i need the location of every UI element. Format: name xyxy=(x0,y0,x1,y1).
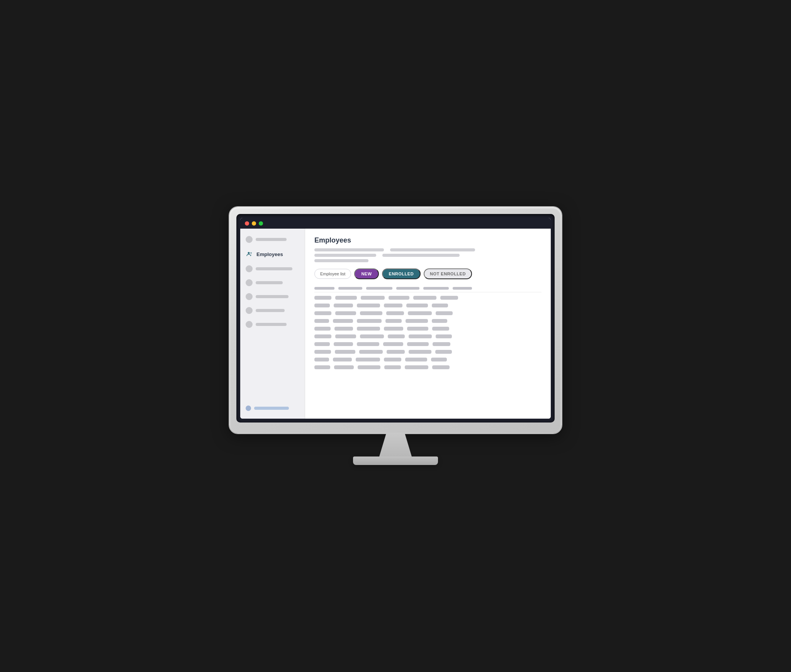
monitor-stand-base xyxy=(353,456,438,465)
monitor: Employees xyxy=(229,207,562,433)
table-row xyxy=(314,356,541,363)
sidebar-bar-0 xyxy=(256,238,287,241)
minimize-button-icon[interactable] xyxy=(252,221,256,226)
sidebar: Employees xyxy=(240,229,305,419)
sidebar-employees-label: Employees xyxy=(256,251,283,257)
screen: Employees xyxy=(240,218,551,419)
th-4 xyxy=(423,287,449,290)
tab-not-enrolled[interactable]: NOT ENROLLED xyxy=(424,268,472,279)
header-bar-1-0 xyxy=(314,254,376,257)
monitor-stand-neck xyxy=(372,433,419,456)
sidebar-item-2[interactable] xyxy=(240,277,305,289)
table-row xyxy=(314,325,541,333)
sidebar-circle-1 xyxy=(246,265,253,272)
th-0 xyxy=(314,287,334,290)
header-bar-1-1 xyxy=(382,254,460,257)
sidebar-bottom-item[interactable] xyxy=(240,402,305,414)
table-row xyxy=(314,363,541,371)
sidebar-bottom-bar xyxy=(254,407,289,410)
app-body: Employees xyxy=(240,229,551,419)
sidebar-bar-2 xyxy=(256,281,283,284)
main-content: Employees xyxy=(305,229,551,419)
table-row xyxy=(314,340,541,348)
th-1 xyxy=(338,287,362,290)
maximize-button-icon[interactable] xyxy=(259,221,263,226)
th-3 xyxy=(396,287,419,290)
table-row xyxy=(314,333,541,340)
sidebar-item-4[interactable] xyxy=(240,304,305,317)
employees-icon xyxy=(246,250,253,258)
header-bar-0-1 xyxy=(390,248,475,251)
close-button-icon[interactable] xyxy=(245,221,249,226)
table-row xyxy=(314,302,541,309)
table-row xyxy=(314,309,541,317)
sidebar-circle-0 xyxy=(246,236,253,243)
scene: Employees xyxy=(222,207,569,465)
title-bar xyxy=(240,218,551,229)
th-2 xyxy=(366,287,392,290)
sidebar-top-placeholder xyxy=(240,233,305,246)
header-bars xyxy=(314,248,541,262)
sidebar-circle-3 xyxy=(246,293,253,300)
table-row xyxy=(314,348,541,356)
table-header xyxy=(314,285,541,292)
sidebar-item-5[interactable] xyxy=(240,318,305,331)
tab-employee-list[interactable]: Employee list xyxy=(314,269,351,279)
sidebar-bar-3 xyxy=(256,295,289,298)
sidebar-item-1[interactable] xyxy=(240,263,305,275)
sidebar-circle-2 xyxy=(246,279,253,286)
tab-enrolled[interactable]: ENROLLED xyxy=(382,268,421,279)
screen-bezel: Employees xyxy=(236,214,555,423)
header-bar-2-0 xyxy=(314,259,368,262)
filter-tabs: Employee list NEW ENROLLED NOT ENROLLED xyxy=(314,268,541,279)
header-bar-0-0 xyxy=(314,248,384,251)
svg-point-0 xyxy=(248,252,250,254)
sidebar-circle-5 xyxy=(246,321,253,328)
sidebar-item-3[interactable] xyxy=(240,290,305,303)
sidebar-bar-5 xyxy=(256,323,287,326)
page-title: Employees xyxy=(314,236,541,244)
table-row xyxy=(314,294,541,302)
data-table xyxy=(314,285,541,371)
sidebar-bar-1 xyxy=(256,267,292,270)
sidebar-bar-4 xyxy=(256,309,285,312)
th-5 xyxy=(453,287,472,290)
sidebar-bottom-circle xyxy=(246,406,251,411)
table-row xyxy=(314,317,541,325)
sidebar-item-employees[interactable]: Employees xyxy=(240,247,305,261)
svg-point-1 xyxy=(250,252,252,254)
tab-new[interactable]: NEW xyxy=(354,268,379,279)
sidebar-circle-4 xyxy=(246,307,253,314)
